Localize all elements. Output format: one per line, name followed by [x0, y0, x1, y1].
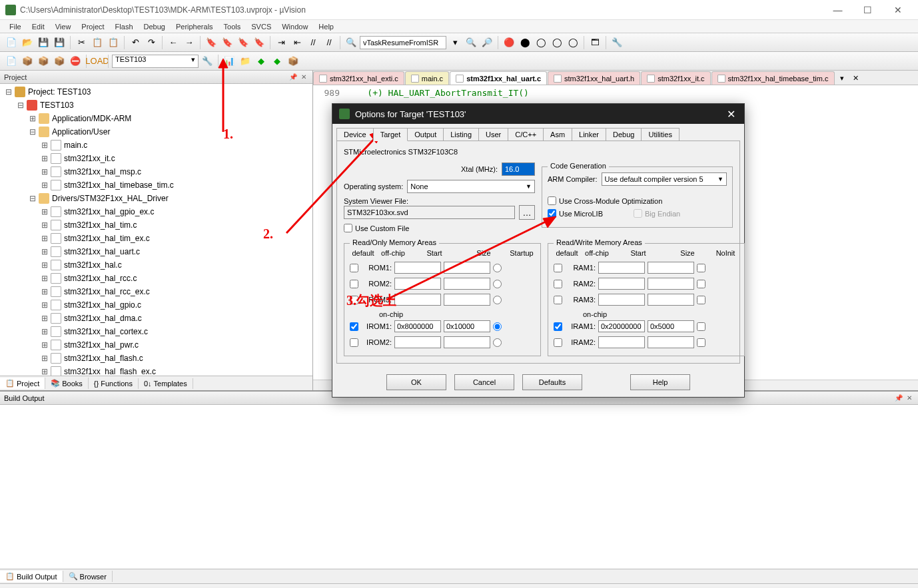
rom3-default-checkbox[interactable] [350, 296, 358, 304]
file-node[interactable]: stm32f1xx_hal_rcc.c [64, 274, 137, 283]
manage-components-icon[interactable]: 📊 [222, 54, 236, 69]
menu-project[interactable]: Project [76, 21, 109, 32]
editor-tab[interactable]: stm32f1xx_it.c [641, 71, 710, 85]
ram3-size[interactable] [648, 294, 694, 306]
rom3-size[interactable] [444, 294, 490, 306]
tab-project[interactable]: 📋Project [0, 378, 45, 389]
open-file-icon[interactable]: 📂 [20, 35, 35, 50]
dlg-tab-listing[interactable]: Listing [443, 128, 479, 141]
batch-build-icon[interactable]: 📦 [52, 54, 67, 69]
xtal-input[interactable] [502, 162, 535, 176]
ram3-start[interactable] [598, 294, 645, 306]
project-root[interactable]: Project: TEST103 [28, 87, 91, 97]
rom1-start[interactable] [394, 262, 441, 274]
close-button[interactable]: ✕ [883, 0, 913, 20]
close-tab-icon[interactable]: ✕ [849, 71, 863, 85]
rebuild-icon[interactable]: 📦 [36, 54, 51, 69]
iram1-size[interactable] [648, 320, 694, 332]
save-all-icon[interactable]: 💾 [52, 35, 67, 50]
iram1-default-checkbox[interactable] [554, 322, 562, 331]
editor-tab[interactable]: stm32f1xx_hal_timebase_tim.c [711, 71, 835, 85]
dlg-tab-user[interactable]: User [478, 128, 508, 141]
rom3-startup[interactable] [493, 296, 502, 304]
ram1-noinit[interactable] [697, 264, 705, 272]
file-node[interactable]: stm32f1xx_hal_cortex.c [64, 327, 148, 336]
editor-tab[interactable]: stm32f1xx_hal_uart.h [548, 71, 640, 85]
find-dropdown-icon[interactable]: ▾ [448, 35, 462, 50]
translate-icon[interactable]: 📄 [4, 54, 19, 69]
rom2-startup[interactable] [493, 280, 502, 288]
group-node[interactable]: Application/MDK-ARM [52, 114, 131, 123]
menu-flash[interactable]: Flash [110, 21, 139, 32]
debug-icon[interactable]: 🔴 [502, 35, 516, 50]
iram2-start[interactable] [598, 336, 645, 348]
menu-edit[interactable]: Edit [27, 21, 50, 32]
irom1-startup[interactable] [493, 322, 502, 331]
find-input[interactable] [360, 36, 446, 49]
nav-back-icon[interactable]: ← [166, 35, 181, 50]
rom1-default-checkbox[interactable] [350, 264, 358, 272]
dlg-tab-asm[interactable]: Asm [543, 128, 572, 141]
menu-svcs[interactable]: SVCS [246, 21, 276, 32]
minimize-button[interactable]: — [823, 0, 853, 20]
ram2-noinit[interactable] [697, 280, 705, 288]
file-node[interactable]: stm32f1xx_hal_timebase_tim.c [64, 180, 174, 190]
irom2-start[interactable] [394, 336, 441, 348]
microlib-checkbox[interactable] [548, 209, 556, 218]
select-packs-icon[interactable]: ◆ [270, 54, 284, 69]
configure-icon[interactable]: 🔧 [610, 35, 624, 50]
file-node[interactable]: stm32f1xx_hal_flash_ex.c [64, 367, 156, 376]
breakpoint-kill-icon[interactable]: ◯ [566, 35, 580, 50]
panel-close-icon[interactable]: ✕ [905, 394, 914, 403]
tab-templates[interactable]: 0↓Templates [139, 378, 193, 389]
find-icon[interactable]: 🔍 [344, 35, 358, 50]
find-in-files-icon[interactable]: 🔍 [464, 35, 478, 50]
file-node[interactable]: stm32f1xx_hal_tim.c [64, 220, 137, 230]
bookmark-next-icon[interactable]: 🔖 [236, 35, 250, 50]
defaults-button[interactable]: Defaults [522, 374, 582, 390]
file-node[interactable]: stm32f1xx_hal_rcc_ex.c [64, 287, 150, 296]
irom2-size[interactable] [444, 336, 490, 348]
svf-input[interactable] [344, 206, 515, 219]
menu-file[interactable]: File [4, 21, 27, 32]
ram1-start[interactable] [598, 262, 645, 274]
tab-build-output[interactable]: 📋Build Output [0, 571, 63, 582]
dlg-tab-target[interactable]: Target [373, 128, 408, 141]
indent-icon[interactable]: ⇥ [274, 35, 288, 50]
menu-tools[interactable]: Tools [219, 21, 246, 32]
pack-installer-icon[interactable]: 📦 [286, 54, 300, 69]
outdent-icon[interactable]: ⇤ [290, 35, 304, 50]
iram2-noinit[interactable] [697, 338, 705, 347]
rom2-start[interactable] [394, 278, 441, 290]
irom1-start[interactable] [394, 320, 441, 332]
pin-icon[interactable]: 📌 [288, 73, 298, 82]
rom2-default-checkbox[interactable] [350, 280, 358, 288]
dlg-tab-device[interactable]: Device [336, 128, 374, 141]
build-output-content[interactable] [0, 405, 918, 569]
tab-functions[interactable]: {}Functions [89, 378, 139, 389]
ram3-default-checkbox[interactable] [554, 296, 562, 304]
ok-button[interactable]: OK [386, 374, 446, 390]
uncomment-icon[interactable]: // [322, 35, 336, 50]
dlg-tab-debug[interactable]: Debug [606, 128, 642, 141]
breakpoint-disable-icon[interactable]: ◯ [550, 35, 564, 50]
menu-window[interactable]: Window [276, 21, 313, 32]
ram3-noinit[interactable] [697, 296, 705, 304]
panel-close-icon[interactable]: ✕ [299, 73, 308, 82]
nav-forward-icon[interactable]: → [182, 35, 197, 50]
cut-icon[interactable]: ✂ [74, 35, 89, 50]
group-node[interactable]: Drivers/STM32F1xx_HAL_Driver [52, 194, 169, 203]
target-selector[interactable]: TEST103 ▾ [112, 55, 199, 68]
menu-debug[interactable]: Debug [139, 21, 171, 32]
ram2-start[interactable] [598, 278, 645, 290]
irom2-startup[interactable] [493, 338, 502, 347]
manage-rte-icon[interactable]: ◆ [254, 54, 268, 69]
cross-module-checkbox[interactable] [548, 196, 556, 205]
file-node[interactable]: stm32f1xx_hal_gpio.c [64, 300, 141, 310]
window-icon[interactable]: 🗔 [588, 35, 602, 50]
rom2-size[interactable] [444, 278, 490, 290]
file-node[interactable]: stm32f1xx_hal_msp.c [64, 167, 141, 176]
editor-tab[interactable]: main.c [405, 71, 449, 85]
file-node[interactable]: stm32f1xx_hal_uart.c [64, 247, 140, 256]
os-select[interactable]: None▼ [407, 180, 535, 193]
